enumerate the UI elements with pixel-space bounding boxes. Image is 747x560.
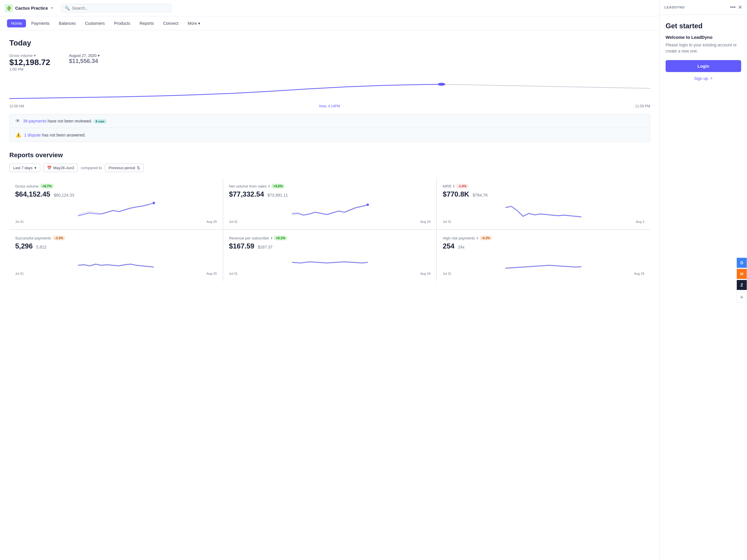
info-icon-1: ℹ (268, 184, 269, 188)
mini-chart-1 (229, 201, 431, 219)
nav-payments[interactable]: Payments (27, 19, 53, 27)
metric-badge-1: +4.2% (272, 184, 285, 188)
metric-card-successful-payments: Successful payments -3.3% 5,296 5,812 Ju… (9, 230, 223, 281)
metric-card-net-volume: Net volume from sales ℹ +4.2% $77,332.54… (223, 178, 437, 229)
reports-title: Reports overview (9, 151, 650, 159)
metric-label-2: MRR (443, 184, 452, 188)
filters-row: Last 7 days ▾ 📅 May28-Jun3 compared to P… (9, 164, 650, 172)
metric-badge-0: +6.7% (40, 184, 54, 188)
today-chart (9, 74, 650, 103)
gross-volume-time: 1:00 PM (9, 67, 50, 72)
payments-alert: 👁 39 payments have not been reviewed. 8 … (10, 114, 650, 128)
period-filter[interactable]: Last 7 days ▾ (9, 164, 40, 172)
alerts-container: 👁 39 payments have not been reviewed. 8 … (9, 114, 650, 142)
float-icon-z[interactable]: Z (737, 280, 747, 290)
mini-chart-5 (443, 253, 644, 271)
gross-volume-dropdown-icon: ▾ (34, 53, 36, 58)
panel-header: LEADDYNO ••• ✕ (660, 0, 747, 15)
panel-desc: Please login to your existing account or… (666, 42, 741, 54)
metric-secondary-4: $167.37 (258, 245, 273, 249)
more-chevron-icon: ▾ (198, 21, 200, 26)
compare-filter[interactable]: Previous period ⇅ (105, 164, 144, 172)
mini-chart-2 (443, 201, 644, 219)
login-button[interactable]: Login (666, 60, 741, 72)
new-badge: 8 new (93, 119, 107, 124)
metric-badge-5: -0.2% (480, 236, 492, 240)
metric-primary-5: 254 (443, 242, 454, 250)
float-icon-d[interactable]: D (737, 258, 747, 268)
search-input[interactable] (72, 6, 168, 10)
search-icon: 🔍 (65, 6, 70, 10)
side-panel: LEADDYNO ••• ✕ Get started Welcome to Le… (660, 0, 747, 560)
info-icon-5: ℹ (477, 236, 478, 240)
search-bar[interactable]: 🔍 (61, 4, 172, 12)
svg-point-4 (366, 204, 369, 206)
payments-alert-link[interactable]: 39 payments (23, 119, 46, 123)
metric-primary-4: $167.59 (229, 242, 254, 250)
app-dropdown-icon: ▾ (51, 6, 53, 10)
float-icon-h[interactable]: H (737, 269, 747, 279)
nav-reports[interactable]: Reports (135, 19, 158, 27)
gross-volume-value: $12,198.72 (9, 58, 50, 67)
panel-title: Get started (666, 22, 741, 30)
metric-label-3: Successful payments (15, 236, 51, 240)
panel-close-button[interactable]: ✕ (738, 4, 742, 10)
nav-balances[interactable]: Balances (55, 19, 80, 27)
date-range-filter[interactable]: 📅 May28-Jun3 (43, 164, 78, 172)
info-icon-2: ℹ (453, 184, 454, 188)
app-name: Cactus Practice (15, 5, 48, 10)
svg-point-2 (438, 83, 445, 86)
main-nav: Home Payments Balances Customers Product… (0, 16, 660, 30)
metric-label-4: Revenue per subscriber (229, 236, 269, 240)
metric-secondary-0: $60,124.33 (54, 193, 74, 197)
date-selector[interactable]: August 27, 2020 ▾ (69, 53, 100, 58)
panel-more-button[interactable]: ••• (730, 4, 736, 10)
period-dropdown-icon: ▾ (34, 166, 36, 170)
eye-icon: 👁 (16, 118, 20, 124)
nav-more[interactable]: More ▾ (183, 19, 204, 27)
cactus-icon: 🌵 (5, 4, 13, 12)
info-icon-4: ℹ (271, 236, 272, 240)
compare-sort-icon: ⇅ (137, 166, 140, 170)
nav-home[interactable]: Home (7, 19, 26, 27)
external-link-icon: ↗ (710, 76, 713, 80)
metric-primary-0: $64,152.45 (15, 190, 50, 198)
metric-primary-1: $77,332.54 (229, 190, 264, 198)
calendar-icon: 📅 (47, 166, 52, 170)
metric-primary-2: $770.8K (443, 190, 469, 198)
float-add-button[interactable]: + (737, 292, 747, 302)
today-title: Today (9, 38, 650, 48)
signup-link[interactable]: Sign up ↗ (666, 76, 741, 81)
mini-chart-3 (15, 253, 217, 271)
metric-card-revenue-subscriber: Revenue per subscriber ℹ +0.1% $167.59 $… (223, 230, 437, 281)
metric-label-1: Net volume from sales (229, 184, 267, 188)
date-dropdown-icon: ▾ (98, 53, 100, 58)
compared-to-label: compared to (81, 166, 102, 170)
warning-icon: ⚠️ (16, 132, 21, 138)
nav-products[interactable]: Products (110, 19, 134, 27)
svg-text:🌵: 🌵 (6, 5, 12, 11)
metric-badge-2: -1.9% (456, 184, 469, 188)
app-logo[interactable]: 🌵 Cactus Practice ▾ (5, 4, 53, 12)
metric-badge-4: +0.1% (274, 236, 287, 240)
nav-connect[interactable]: Connect (159, 19, 182, 27)
panel-subtitle: Welcome to LeadDyno (666, 35, 741, 40)
dispute-alert: ⚠️ 1 dispute has not been answered. (10, 128, 650, 142)
metric-label-5: High risk payments (443, 236, 475, 240)
date-value: $11,556.34 (69, 58, 100, 64)
panel-body: Get started Welcome to LeadDyno Please l… (660, 15, 747, 88)
float-icons: D H Z + (737, 258, 747, 302)
panel-brand: LEADDYNO (664, 5, 685, 9)
metric-badge-3: -3.3% (53, 236, 66, 240)
main-content: Today Gross volume ▾ $12,198.72 1:00 PM … (0, 30, 660, 560)
metric-secondary-5: 24x (458, 245, 465, 249)
metrics-grid: Gross volume +6.7% $64,152.45 $60,124.33… (9, 178, 650, 281)
metric-card-high-risk: High risk payments ℹ -0.2% 254 24x Jul 3… (437, 230, 650, 281)
metric-secondary-2: $784.7K (473, 193, 488, 197)
nav-customers[interactable]: Customers (81, 19, 109, 27)
dispute-alert-link[interactable]: 1 dispute (24, 133, 41, 137)
metric-primary-3: 5,296 (15, 242, 33, 250)
gross-volume-label[interactable]: Gross volume ▾ (9, 53, 50, 58)
metric-card-gross-volume: Gross volume +6.7% $64,152.45 $60,124.33… (9, 178, 223, 229)
metric-label-0: Gross volume (15, 184, 38, 188)
